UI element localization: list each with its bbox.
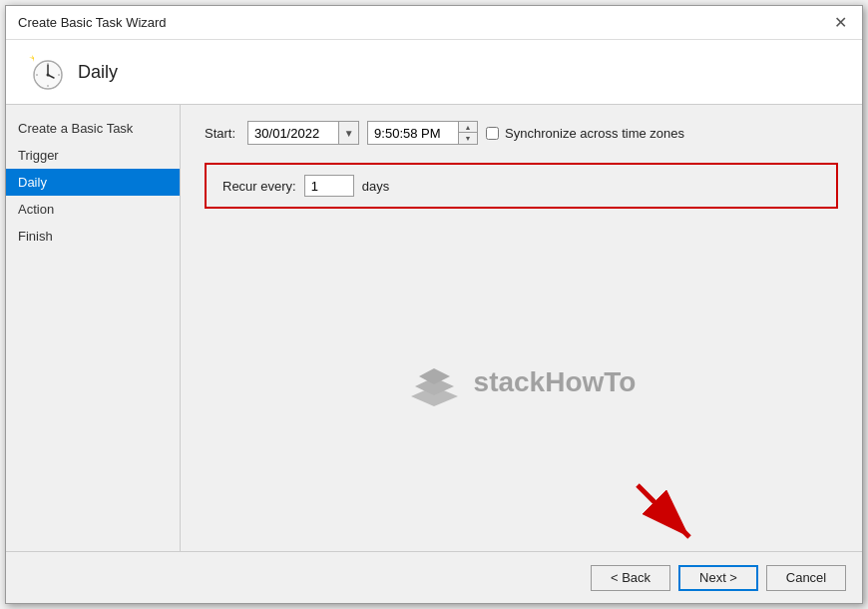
date-input-wrapper: ▼ <box>247 121 359 145</box>
back-button[interactable]: < Back <box>591 565 670 591</box>
main-content: Create a Basic Task Trigger Daily Action… <box>6 105 862 551</box>
svg-marker-0 <box>29 55 37 62</box>
sidebar-item-action[interactable]: Action <box>6 196 180 223</box>
stack-icon <box>407 358 462 406</box>
time-decrement-button[interactable]: ▼ <box>459 133 477 144</box>
sidebar-item-create-basic-task[interactable]: Create a Basic Task <box>6 115 180 142</box>
time-input-wrapper: ▲ ▼ <box>367 121 478 145</box>
sidebar: Create a Basic Task Trigger Daily Action… <box>6 105 181 551</box>
sync-label: Synchronize across time zones <box>505 126 684 141</box>
header-title: Daily <box>78 62 118 83</box>
red-arrow-indicator <box>628 475 707 555</box>
footer: < Back Next > Cancel <box>6 551 862 603</box>
sync-checkbox[interactable] <box>486 127 499 140</box>
recur-days-label: days <box>362 179 389 194</box>
sidebar-item-finish[interactable]: Finish <box>6 223 180 250</box>
dialog-window: Create Basic Task Wizard ✕ <box>5 5 863 604</box>
recur-input[interactable] <box>304 175 354 197</box>
title-bar: Create Basic Task Wizard ✕ <box>6 6 862 40</box>
header-section: Daily <box>6 40 862 105</box>
watermark-howto: HowTo <box>545 366 636 397</box>
watermark-stack: stack <box>474 366 546 397</box>
clock-icon <box>26 53 64 91</box>
svg-marker-12 <box>419 368 450 384</box>
recur-box: Recur every: days <box>205 163 838 209</box>
close-button[interactable]: ✕ <box>830 13 850 33</box>
sidebar-item-trigger[interactable]: Trigger <box>6 142 180 169</box>
svg-line-14 <box>638 485 689 537</box>
svg-point-5 <box>47 74 50 77</box>
time-increment-button[interactable]: ▲ <box>459 122 477 133</box>
sidebar-item-daily[interactable]: Daily <box>6 169 180 196</box>
recur-label: Recur every: <box>222 179 296 194</box>
time-spin-buttons: ▲ ▼ <box>458 122 477 144</box>
content-area: Start: ▼ ▲ ▼ Synchronize across time zon… <box>181 105 862 551</box>
cancel-button[interactable]: Cancel <box>766 565 846 591</box>
date-picker-button[interactable]: ▼ <box>338 122 358 144</box>
time-input[interactable] <box>368 122 458 144</box>
next-button[interactable]: Next > <box>678 565 758 591</box>
title-bar-text: Create Basic Task Wizard <box>18 15 167 30</box>
watermark-area: stackHowTo <box>205 229 838 535</box>
date-input[interactable] <box>248 122 338 144</box>
watermark-logo: stackHowTo <box>407 358 637 406</box>
start-label: Start: <box>205 126 235 141</box>
watermark-text: stackHowTo <box>474 366 637 398</box>
datetime-row: Start: ▼ ▲ ▼ Synchronize across time zon… <box>205 121 838 145</box>
sync-checkbox-row: Synchronize across time zones <box>486 126 684 141</box>
